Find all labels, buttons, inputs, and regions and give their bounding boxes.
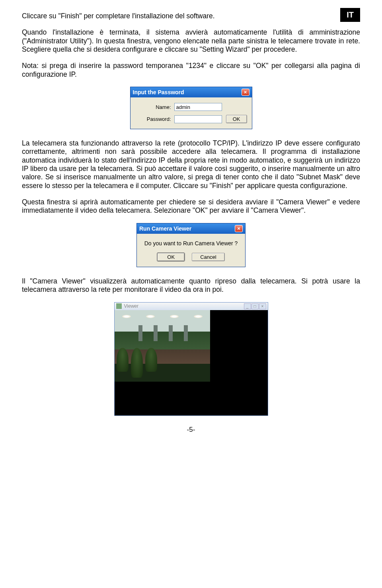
- camera-feed: [115, 310, 210, 382]
- close-icon[interactable]: ×: [235, 225, 243, 232]
- cancel-button[interactable]: Cancel: [192, 253, 224, 261]
- ok-button[interactable]: OK: [157, 253, 185, 261]
- close-icon[interactable]: ×: [259, 303, 266, 309]
- name-label: Name:: [135, 104, 174, 110]
- video-area: [115, 310, 268, 415]
- paragraph-2: Quando l'installazione è terminata, il s…: [22, 28, 360, 54]
- page-number: -5-: [22, 426, 360, 434]
- password-input[interactable]: [174, 115, 222, 123]
- run-viewer-dialog: Run Camera Viewer × Do you want to Run C…: [136, 223, 246, 267]
- dialog-title: Input the Password: [133, 89, 184, 95]
- paragraph-6: Il "Camera Viewer" visualizzerà automati…: [22, 277, 360, 294]
- viewer-titlebar: Viewer _ □ ×: [115, 303, 268, 310]
- password-label: Password:: [135, 116, 174, 122]
- dialog-message: Do you want to Run Camera Viewer ?: [141, 240, 241, 246]
- password-dialog: Input the Password × Name: Password: OK: [130, 87, 252, 129]
- close-icon[interactable]: ×: [242, 89, 249, 96]
- ok-button[interactable]: OK: [226, 115, 247, 123]
- paragraph-5: Questa finestra si aprirà automaticament…: [22, 198, 360, 215]
- dialog-title: Run Camera Viewer: [139, 225, 191, 232]
- paragraph-1: Cliccare su "Finish" per completare l'in…: [22, 12, 360, 20]
- name-input[interactable]: [174, 103, 222, 111]
- minimize-icon[interactable]: _: [244, 303, 251, 309]
- maximize-icon[interactable]: □: [251, 303, 259, 309]
- dialog-titlebar: Input the Password ×: [131, 87, 252, 97]
- viewer-window: Viewer _ □ ×: [114, 302, 268, 416]
- app-icon: [116, 303, 122, 309]
- paragraph-3: Nota: si prega di inserire la password t…: [22, 62, 360, 79]
- paragraph-4: La telecamera sta funzionando attraverso…: [22, 139, 360, 190]
- viewer-title: Viewer: [124, 303, 138, 309]
- dialog-titlebar: Run Camera Viewer ×: [137, 223, 245, 234]
- language-badge: IT: [340, 8, 360, 22]
